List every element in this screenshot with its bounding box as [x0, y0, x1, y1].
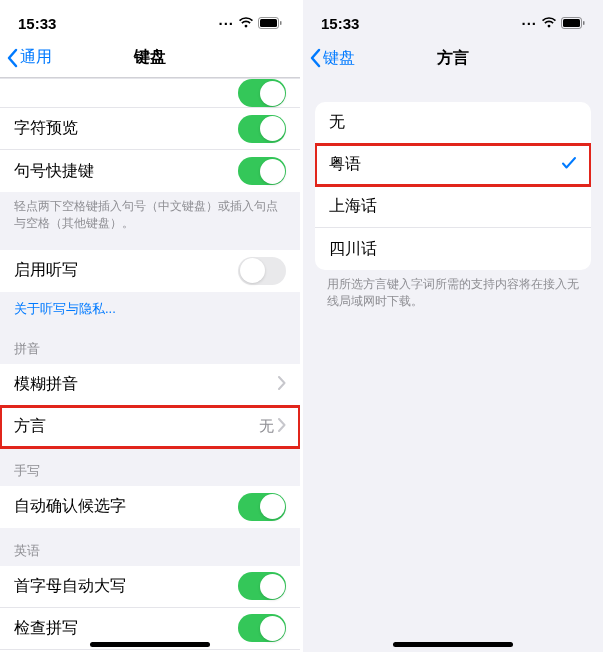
- back-button[interactable]: 键盘: [303, 48, 355, 69]
- wifi-icon: [238, 17, 254, 29]
- svg-rect-2: [280, 21, 282, 25]
- label: 自动确认候选字: [14, 496, 238, 517]
- wifi-icon: [541, 17, 557, 29]
- row-auto-confirm[interactable]: 自动确认候选字: [0, 486, 300, 528]
- toggle[interactable]: [238, 115, 286, 143]
- svg-rect-5: [583, 21, 585, 25]
- section-pinyin: 拼音: [0, 326, 300, 364]
- toggle[interactable]: [238, 257, 286, 285]
- svg-rect-4: [563, 19, 580, 27]
- dictation-privacy-link[interactable]: 关于听写与隐私...: [0, 292, 300, 326]
- section-english: 英语: [0, 528, 300, 566]
- back-button[interactable]: 通用: [0, 47, 52, 68]
- label: 检查拼写: [14, 618, 238, 639]
- label: 方言: [14, 416, 259, 437]
- label: 句号快捷键: [14, 161, 238, 182]
- battery-icon: [258, 17, 282, 29]
- chevron-left-icon: [309, 48, 321, 68]
- status-bar: 15:33: [303, 0, 603, 38]
- status-bar: 15:33: [0, 0, 300, 38]
- battery-icon: [561, 17, 585, 29]
- toggle[interactable]: [238, 493, 286, 521]
- nav-bar: 键盘 方言: [303, 38, 603, 78]
- option-cantonese[interactable]: 粤语: [315, 144, 591, 186]
- toggle[interactable]: [238, 572, 286, 600]
- chevron-right-icon: [278, 376, 286, 393]
- option-shanghainese[interactable]: 上海话: [315, 186, 591, 228]
- label: 上海话: [329, 196, 577, 217]
- chevron-right-icon: [278, 418, 286, 435]
- label: 模糊拼音: [14, 374, 278, 395]
- option-none[interactable]: 无: [315, 102, 591, 144]
- toggle[interactable]: [238, 614, 286, 642]
- value: 无: [259, 417, 274, 436]
- chevron-left-icon: [6, 48, 18, 68]
- cellular-icon: [218, 15, 234, 32]
- back-label: 通用: [20, 47, 52, 68]
- label: 粤语: [329, 154, 561, 175]
- settings-group-pinyin: 模糊拼音 方言 无: [0, 364, 300, 448]
- section-handwriting: 手写: [0, 448, 300, 486]
- label: 无: [329, 112, 577, 133]
- page-title: 键盘: [134, 47, 166, 68]
- status-time: 15:33: [321, 15, 359, 32]
- page-title: 方言: [437, 48, 469, 69]
- row-auto-cap[interactable]: 首字母自动大写: [0, 566, 300, 608]
- nav-bar: 通用 键盘: [0, 38, 300, 78]
- row-period-shortcut[interactable]: 句号快捷键: [0, 150, 300, 192]
- settings-group-dictation: 启用听写: [0, 250, 300, 292]
- back-label: 键盘: [323, 48, 355, 69]
- footer-period: 轻点两下空格键插入句号（中文键盘）或插入句点与空格（其他键盘）。: [0, 192, 300, 238]
- toggle[interactable]: [238, 157, 286, 185]
- left-screen: 15:33 通用 键盘 字符预览 句号快捷键: [0, 0, 300, 652]
- option-sichuanese[interactable]: 四川话: [315, 228, 591, 270]
- toggle[interactable]: [238, 79, 286, 107]
- settings-group-english: 首字母自动大写 检查拼写 输入预测 滑行键入时逐词删除: [0, 566, 300, 652]
- row-char-preview[interactable]: 字符预览: [0, 108, 300, 150]
- svg-rect-1: [260, 19, 277, 27]
- dialect-options: 无 粤语 上海话 四川话: [315, 102, 591, 270]
- row-enable-dictation[interactable]: 启用听写: [0, 250, 300, 292]
- row-truncated-top[interactable]: [0, 78, 300, 108]
- status-time: 15:33: [18, 15, 56, 32]
- content: 无 粤语 上海话 四川话 用所选方言键入字词所需的支持内容将在接入无线局域网时下…: [303, 78, 603, 652]
- settings-group-handwriting: 自动确认候选字: [0, 486, 300, 528]
- home-indicator[interactable]: [90, 642, 210, 647]
- label: 四川话: [329, 239, 577, 260]
- cellular-icon: [521, 15, 537, 32]
- home-indicator[interactable]: [393, 642, 513, 647]
- content: 字符预览 句号快捷键 轻点两下空格键插入句号（中文键盘）或插入句点与空格（其他键…: [0, 78, 300, 652]
- footer-dialect: 用所选方言键入字词所需的支持内容将在接入无线局域网时下载。: [303, 270, 603, 316]
- settings-group-main: 字符预览 句号快捷键: [0, 78, 300, 192]
- label: 启用听写: [14, 260, 238, 281]
- label: 字符预览: [14, 118, 238, 139]
- right-screen: 15:33 键盘 方言 无 粤语 上海话 四川话: [303, 0, 603, 652]
- row-fuzzy-pinyin[interactable]: 模糊拼音: [0, 364, 300, 406]
- status-icons: [521, 15, 585, 32]
- label: 首字母自动大写: [14, 576, 238, 597]
- status-icons: [218, 15, 282, 32]
- row-dialect[interactable]: 方言 无: [0, 406, 300, 448]
- checkmark-icon: [561, 155, 577, 174]
